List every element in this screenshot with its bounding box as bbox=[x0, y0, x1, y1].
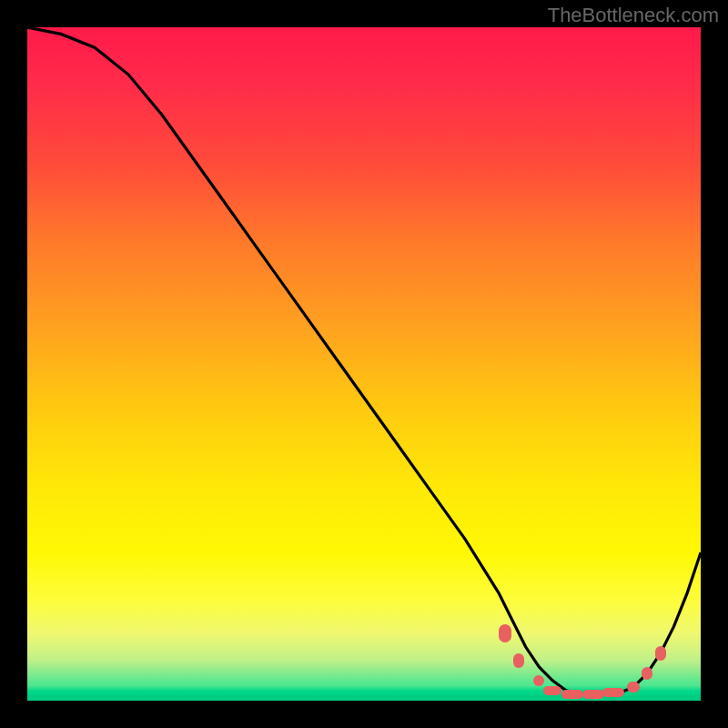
marker-dot bbox=[602, 688, 624, 697]
marker-dot bbox=[655, 646, 666, 661]
watermark-text: TheBottleneck.com bbox=[548, 4, 719, 27]
marker-dot bbox=[642, 667, 652, 680]
chart-container: TheBottleneck.com bbox=[0, 0, 728, 728]
marker-dot bbox=[627, 682, 640, 693]
marker-dot bbox=[513, 653, 524, 668]
bottleneck-curve bbox=[27, 27, 701, 701]
plot-area bbox=[27, 27, 701, 701]
marker-dot bbox=[499, 624, 511, 642]
marker-dot bbox=[561, 690, 583, 699]
marker-dot bbox=[582, 690, 604, 699]
marker-dot bbox=[543, 686, 561, 695]
